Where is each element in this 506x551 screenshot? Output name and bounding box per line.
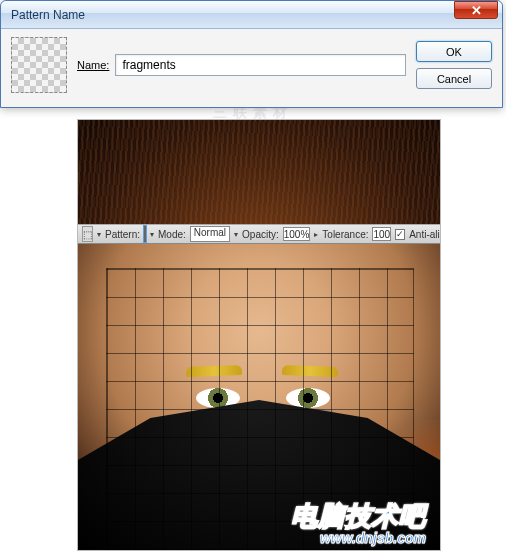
eyebrow-left (186, 365, 242, 377)
watermark-cn: 电脑技术吧 (291, 499, 426, 534)
paint-bucket-icon[interactable]: ⬚ (82, 226, 93, 242)
eye-right (286, 388, 330, 408)
name-input[interactable] (115, 54, 406, 76)
close-button[interactable]: ✕ (454, 1, 498, 19)
hair-strands (78, 120, 440, 238)
mode-select[interactable]: Normal (190, 226, 230, 242)
opacity-field[interactable]: 100% (283, 227, 311, 241)
canvas-image: ⬚ ▾ Pattern: ▾ Mode: Normal ▾ Opacity: 1… (77, 119, 441, 551)
opacity-label: Opacity: (242, 229, 279, 240)
options-bar: ⬚ ▾ Pattern: ▾ Mode: Normal ▾ Opacity: 1… (78, 224, 440, 244)
watermark: 电脑技术吧 www.dnjsb.com (291, 499, 426, 546)
pattern-preview-swatch (11, 37, 67, 93)
pattern-dropdown-icon[interactable]: ▾ (150, 230, 154, 239)
pattern-label: Pattern: (105, 229, 140, 240)
dialog-body: Name: OK Cancel (1, 29, 502, 107)
opacity-stepper-icon[interactable]: ▸ (314, 230, 318, 239)
pattern-swatch[interactable] (144, 226, 146, 242)
mode-label: Mode: (158, 229, 186, 240)
antialias-checkbox[interactable]: ✓ (395, 229, 405, 240)
eyebrow-right (282, 365, 338, 377)
close-icon: ✕ (471, 3, 482, 18)
name-label: Name: (77, 59, 109, 71)
mode-dropdown-icon[interactable]: ▾ (234, 230, 238, 239)
dialog-buttons: OK Cancel (416, 41, 492, 89)
photo (78, 120, 440, 550)
dialog-titlebar[interactable]: Pattern Name ✕ (1, 1, 502, 29)
tool-preset-dropdown-icon[interactable]: ▾ (97, 230, 101, 239)
tolerance-field[interactable]: 100 (372, 227, 391, 241)
cancel-button[interactable]: Cancel (416, 68, 492, 89)
antialias-label: Anti-alias (409, 229, 440, 240)
pattern-name-dialog: Pattern Name ✕ Name: OK Cancel (0, 0, 503, 108)
name-row: Name: (77, 54, 406, 76)
tolerance-label: Tolerance: (322, 229, 368, 240)
ok-button[interactable]: OK (416, 41, 492, 62)
dialog-title: Pattern Name (11, 8, 454, 22)
